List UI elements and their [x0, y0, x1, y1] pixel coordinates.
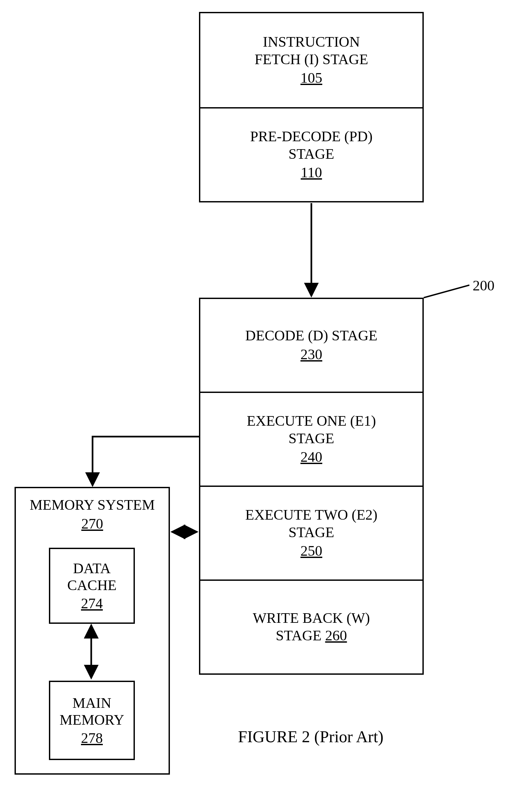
stage-e1-line2: STAGE — [289, 430, 334, 447]
stage-execute-two: EXECUTE TWO (E2) STAGE 250 — [200, 487, 422, 579]
leader-200 — [424, 285, 469, 298]
stage-d-ref: 230 — [300, 346, 322, 364]
stage-i-line2: FETCH (I) STAGE — [254, 51, 368, 68]
data-cache-line1: DATA — [73, 560, 111, 577]
figure-caption: FIGURE 2 (Prior Art) — [238, 727, 384, 746]
stage-e1-ref: 240 — [300, 448, 322, 466]
stage-decode: DECODE (D) STAGE 230 — [200, 299, 422, 392]
memory-system-block: MEMORY SYSTEM 270 DATA CACHE 274 MAIN ME… — [14, 487, 170, 775]
stage-w-line2-prefix: STAGE — [276, 628, 321, 644]
stage-pre-decode: PRE-DECODE (PD) STAGE 110 — [200, 109, 422, 201]
diagram-canvas: INSTRUCTION FETCH (I) STAGE 105 PRE-DECO… — [0, 0, 512, 812]
memory-ref: 270 — [81, 515, 103, 533]
memory-system-header: MEMORY SYSTEM 270 — [16, 492, 169, 538]
main-memory-line1: MAIN — [72, 695, 111, 712]
main-memory-line2: MEMORY — [60, 712, 124, 728]
stage-w-line2: STAGE 260 — [276, 627, 347, 645]
pipeline-ref-label: 200 — [473, 277, 494, 294]
pipeline-block: DECODE (D) STAGE 230 EXECUTE ONE (E1) ST… — [199, 298, 424, 675]
stage-i-line1: INSTRUCTION — [263, 33, 360, 51]
memory-title: MEMORY SYSTEM — [30, 496, 155, 514]
arrow-e1-to-memory — [93, 437, 199, 486]
data-cache-line2: CACHE — [67, 577, 116, 594]
stage-instruction-fetch: INSTRUCTION FETCH (I) STAGE 105 — [200, 13, 422, 107]
stage-pd-ref: 110 — [301, 164, 322, 181]
stage-e2-ref: 250 — [300, 543, 322, 560]
stage-w-ref: 260 — [325, 628, 347, 644]
stage-i-ref: 105 — [300, 69, 322, 87]
stage-e2-line2: STAGE — [289, 524, 334, 542]
stage-pd-line1: PRE-DECODE (PD) — [250, 128, 372, 146]
stage-pd-line2: STAGE — [289, 146, 334, 163]
stage-write-back: WRITE BACK (W) STAGE 260 — [200, 581, 422, 673]
stage-e1-line1: EXECUTE ONE (E1) — [247, 412, 376, 430]
stage-e2-line1: EXECUTE TWO (E2) — [245, 506, 378, 524]
stage-w-line1: WRITE BACK (W) — [253, 610, 370, 627]
data-cache-ref: 274 — [81, 595, 103, 612]
data-cache-box: DATA CACHE 274 — [49, 548, 135, 624]
top-block: INSTRUCTION FETCH (I) STAGE 105 PRE-DECO… — [199, 12, 424, 202]
stage-execute-one: EXECUTE ONE (E1) STAGE 240 — [200, 393, 422, 486]
main-memory-ref: 278 — [81, 730, 103, 747]
stage-d-line1: DECODE (D) STAGE — [245, 327, 378, 345]
main-memory-box: MAIN MEMORY 278 — [49, 681, 135, 760]
